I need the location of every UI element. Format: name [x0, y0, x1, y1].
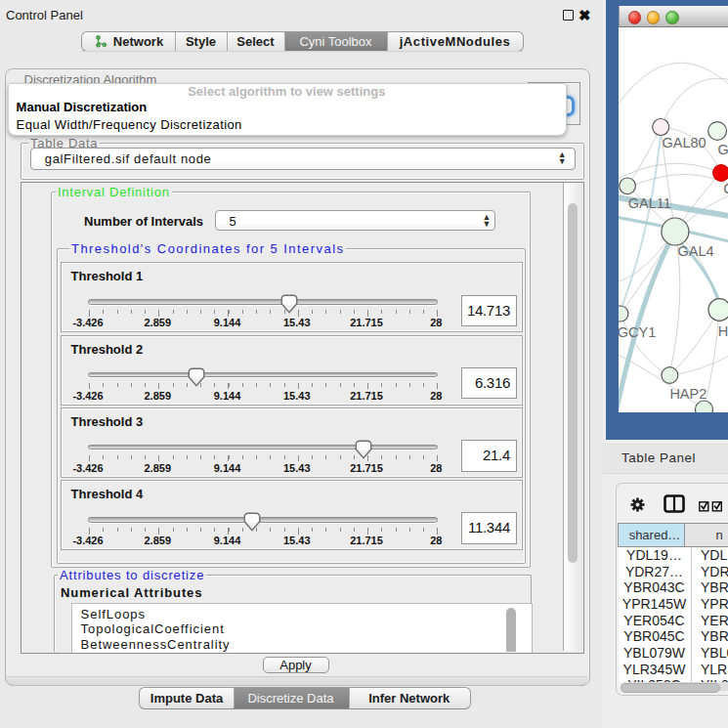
svg-text:C: C: [723, 181, 728, 196]
svg-text:GAL4: GAL4: [677, 243, 713, 259]
svg-text:GAL11: GAL11: [627, 195, 670, 211]
svg-text:HAP2: HAP2: [669, 386, 707, 402]
svg-text:GAL80: GAL80: [662, 135, 706, 150]
svg-text:GCY1: GCY1: [619, 324, 656, 340]
svg-text:H: H: [717, 323, 727, 339]
svg-text:G: G: [717, 142, 728, 157]
